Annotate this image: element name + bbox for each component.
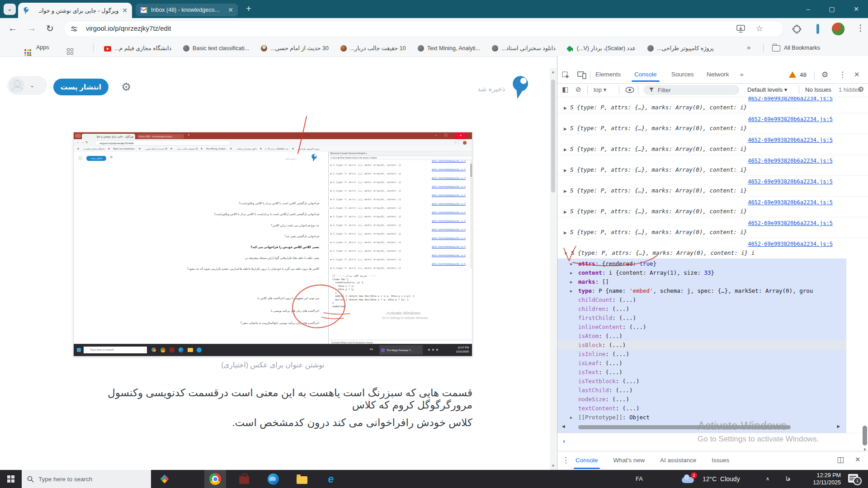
language-indicator-fa[interactable]: فا [786,475,790,482]
drawer-menu-icon[interactable]: ⋮ [562,455,570,465]
taskbar-edge-button[interactable] [262,470,284,488]
taskbar-explorer-button[interactable] [291,470,313,488]
log-message-row[interactable]: ▶S {type: P, attrs: {…}, marks: Array(0)… [557,206,868,217]
object-property-row[interactable]: isText: (...) [557,368,846,377]
drawer-close-icon[interactable]: ✕ [855,455,861,464]
image-caption-field[interactable]: نوشتن عنوان برای عکس (اختیاری) [73,361,472,369]
source-link[interactable]: 4652-69e993820b6a2234.js:5 [748,97,833,102]
expand-arrow-icon[interactable]: ▶ [564,106,567,110]
grid-bookmark-icon[interactable] [67,45,73,55]
object-property-row[interactable]: isBlock: (...) [557,341,846,350]
drawer-tab-what-s-new[interactable]: What's new [613,457,645,464]
scroll-left-icon[interactable]: ◀ [562,423,565,429]
site-settings-icon[interactable] [71,25,78,33]
source-link[interactable]: 4652-69e993820b6a2234.js:5 [748,241,833,247]
forward-icon[interactable]: → [27,23,36,33]
object-property-row[interactable]: firstChild: (...) [557,314,846,323]
expand-arrow-icon[interactable]: ▶ [564,189,567,193]
expand-arrow-icon[interactable]: ▶ [564,210,567,214]
user-menu[interactable]: ⌄ [7,76,47,95]
window-minimize-button[interactable]: – [797,0,819,18]
pinned-extension-icon[interactable] [816,24,819,34]
bookmark-item[interactable]: 30 حدیث از امام حسی... [261,45,329,52]
log-message-row[interactable]: ▶S {type: P, attrs: {…}, marks: Array(0)… [557,123,868,134]
console-entry[interactable]: 4652-69e993820b6a2234.js:5▶S {type: P, a… [557,176,868,197]
clear-console-icon[interactable]: ⊘ [576,85,581,94]
more-tabs-icon[interactable]: » [740,71,744,78]
devtools-tab-sources[interactable]: Sources [671,71,694,78]
log-message-row[interactable]: ▶S {type: P, attrs: {…}, marks: Array(0)… [557,164,868,175]
url-text[interactable]: virgool.io/p/qnrzezjky7tz/edit [86,24,171,32]
all-bookmarks-button[interactable]: All Bookmarks [772,44,820,52]
source-link[interactable]: 4652-69e993820b6a2234.js:5 [748,116,833,122]
browser-menu-icon[interactable]: ⋮ [856,23,865,33]
console-sidebar-icon[interactable]: ◧ [562,85,568,94]
console-entry[interactable]: 4652-69e993820b6a2234.js:5▶S {type: P, a… [557,197,868,217]
console-entry[interactable]: 4652-69e993820b6a2234.js:5▶S {type: P, a… [557,134,868,155]
expand-arrow-icon[interactable]: ▶ [564,230,567,235]
article-paragraph[interactable]: قسمت هایی که سبزرنگ است یاهست به این معن… [73,387,472,411]
devtools-tab-network[interactable]: Network [707,71,729,78]
taskbar-clock[interactable]: 12:29 PM 12/11/2025 [798,472,841,486]
extensions-icon[interactable] [792,24,802,34]
expand-arrow-icon[interactable]: ▶ [570,413,572,422]
object-property-row[interactable]: ▶content: i {content: Array(1), size: 33… [557,268,846,277]
devtools-tab-console[interactable]: Console [634,71,657,78]
expand-arrow-icon[interactable]: ▶ [564,168,567,173]
inspect-element-icon[interactable] [562,71,570,80]
publish-post-button[interactable]: انتشار پست [53,79,108,95]
object-property-row[interactable]: nodeSize: (...) [557,395,846,404]
taskbar-widget-button[interactable] [154,470,175,488]
address-bar[interactable]: virgool.io/p/qnrzezjky7tz/edit ☆ [64,21,783,37]
back-icon[interactable]: ← [8,23,17,33]
bookmark-item[interactable]: پروژه کامپیوتر طراحی... [647,45,714,52]
devtools-close-icon[interactable]: ✕ [854,70,860,79]
virgool-logo[interactable] [508,75,532,99]
object-property-row[interactable]: lastChild: (...) [557,386,846,395]
bookmark-item[interactable]: 10 حقیقت جالب دربار... [340,45,406,52]
dock-side-icon[interactable]: ◫ [837,455,844,465]
console-settings-gear-icon[interactable]: ⚙ [858,85,864,94]
log-message-row[interactable]: ▶S {type: P, attrs: {…}, marks: Array(0)… [557,144,868,155]
object-property-row[interactable]: ▶attrs: {rendered: true} [557,259,846,268]
collapse-arrow-icon[interactable]: ▼ [564,251,568,256]
object-property-row[interactable]: inlineContent: (...) [557,323,846,332]
console-entry[interactable]: 4652-69e993820b6a2234.js:5▶S {type: P, a… [557,155,868,176]
console-entry-expanded[interactable]: 4652-69e993820b6a2234.js:5 ▼S {type: P, … [557,238,868,433]
bookmark-item[interactable]: Basic text classificati... [183,45,249,52]
drawer-tab-issues[interactable]: Issues [712,457,729,464]
bookmark-item[interactable]: دانلود سخنرانی استاد... [492,45,556,52]
bookmark-star-icon[interactable]: ☆ [756,23,763,33]
object-property-row[interactable]: isAtom: (...) [557,332,846,341]
object-property-row[interactable]: isTextblock: (...) [557,377,846,386]
source-link[interactable]: 4652-69e993820b6a2234.js:5 [748,199,833,206]
log-message-row[interactable]: ▶S {type: P, attrs: {…}, marks: Array(0)… [557,102,868,113]
console-entry[interactable]: 4652-69e993820b6a2234.js:5▶S {type: P, a… [557,113,868,134]
profile-avatar[interactable] [832,23,844,35]
start-button[interactable] [0,470,22,488]
source-link[interactable]: 4652-69e993820b6a2234.js:5 [748,158,833,164]
expanded-log-header[interactable]: ▼S {type: P, attrs: {…}, marks: Array(0)… [557,248,868,258]
object-property-row[interactable]: children: (...) [557,305,846,314]
install-icon[interactable] [736,25,745,33]
language-indicator[interactable]: FA [636,475,643,482]
bookmark-item[interactable]: Text Mining, Analyti... [418,45,480,52]
drawer-tab-ai-assistance[interactable]: AI assistance [660,457,696,464]
bookmark-item[interactable]: عدد (Scalar)، بردار (V...) [567,45,636,52]
context-selector[interactable]: top ▾ [594,86,606,93]
taskbar-browser-e-button[interactable]: e [320,470,342,488]
expand-arrow-icon[interactable]: ▶ [570,286,572,296]
taskbar-store-button[interactable] [233,470,255,488]
warning-count[interactable]: 48 [800,71,807,78]
weather-cloud-icon[interactable]: 2 [682,477,694,483]
expand-arrow-icon[interactable]: ▶ [564,147,567,152]
reload-icon[interactable]: ↻ [46,23,54,34]
log-levels-dropdown[interactable]: Default levels ▾ [747,86,787,93]
devtools-settings-gear-icon[interactable]: ⚙ [821,70,828,80]
object-property-row[interactable]: ▶type: P {name: 'embed', schema: j, spec… [557,286,846,296]
bookmark-item[interactable]: دانشگاه مجازی فیلم م... [104,45,171,52]
console-filter-input[interactable]: Filter [643,85,739,95]
window-close-button[interactable]: ✕ [845,0,867,18]
tab-search-button[interactable]: ⌄ [4,4,16,15]
notification-center-icon[interactable]: 1 [848,474,858,483]
